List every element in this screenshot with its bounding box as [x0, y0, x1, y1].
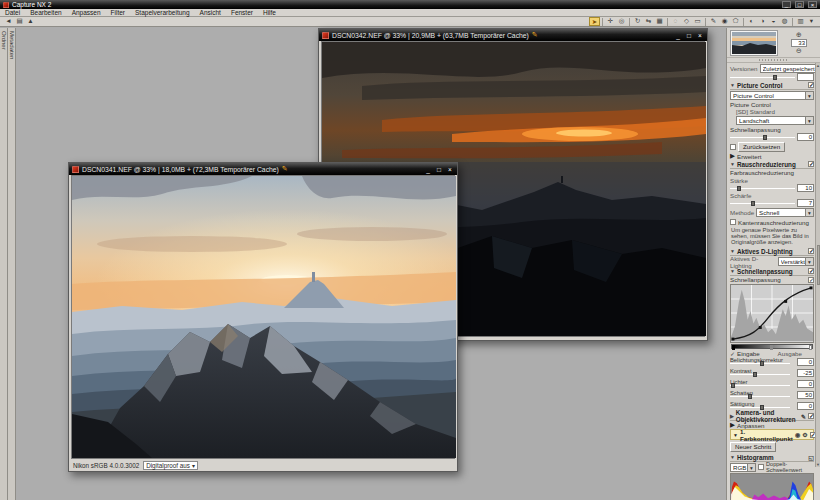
output-tab[interactable]: Ausgabe — [778, 350, 802, 357]
birdseye-thumbnail[interactable] — [730, 30, 778, 56]
picture-control-header[interactable]: ▼ Picture Control ✓ — [730, 81, 814, 90]
color-control-point-icon[interactable]: ◍ — [779, 17, 790, 26]
crop-tool-icon[interactable]: ▦ — [654, 17, 665, 26]
edge-noise-checkbox[interactable] — [730, 219, 736, 225]
rectangle-marquee-tool-icon[interactable]: ▭ — [692, 17, 703, 26]
shadows-value-box[interactable]: 50 — [797, 391, 814, 399]
quick-adjust-slider[interactable] — [730, 134, 795, 141]
saturation-value-box[interactable]: 0 — [797, 402, 814, 410]
batch-tool-icon[interactable]: ▥ — [795, 17, 806, 26]
adl-checkbox[interactable]: ✓ — [808, 248, 814, 254]
neutral-control-point-icon[interactable]: ◒ — [768, 17, 779, 26]
strength-value-box[interactable]: 10 — [797, 184, 814, 192]
adl-dropdown[interactable]: Verstärkt ▾ — [778, 257, 814, 266]
picture-control-selector-dropdown[interactable]: Picture Control ▾ — [730, 91, 814, 100]
clone-tool-icon[interactable]: ◉ — [719, 17, 730, 26]
expand-icon[interactable]: ◱ — [808, 454, 814, 461]
selection-brush-tool-icon[interactable]: ✎ — [708, 17, 719, 26]
zoom-tool-icon[interactable]: ◎ — [616, 17, 627, 26]
white-point-handle[interactable] — [809, 345, 812, 350]
saturation-slider[interactable] — [730, 404, 790, 411]
black-control-point-icon[interactable]: ◐ — [746, 17, 757, 26]
menu-ansicht[interactable]: Ansicht — [195, 9, 226, 17]
exposure-slider[interactable] — [730, 360, 790, 367]
sharpness-value-box[interactable]: 7 — [797, 199, 814, 207]
strength-slider[interactable] — [730, 185, 795, 192]
noise-reduction-header[interactable]: ▼ Rauschreduzierung ✓ — [730, 160, 814, 169]
quick-fix-checkbox[interactable]: ✓ — [808, 268, 814, 274]
tag-tool-icon[interactable]: ⬠ — [730, 17, 741, 26]
double-threshold-checkbox[interactable] — [758, 464, 764, 470]
menu-fenster[interactable]: Fenster — [226, 9, 258, 17]
picture-control-checkbox[interactable]: ✓ — [808, 82, 814, 88]
export-icon[interactable]: ▲ — [25, 17, 36, 26]
midtone-handle[interactable] — [770, 345, 773, 350]
front-close-button[interactable]: × — [446, 166, 454, 173]
scroll-thumb[interactable] — [817, 245, 820, 285]
polygon-lasso-tool-icon[interactable]: ◇ — [681, 17, 692, 26]
app-close-button[interactable]: × — [808, 1, 817, 8]
menu-filter[interactable]: Filter — [106, 9, 130, 17]
menu-bearbeiten[interactable]: Bearbeiten — [25, 9, 66, 17]
noise-reduction-checkbox[interactable]: ✓ — [808, 161, 814, 167]
left-tab-metadaten[interactable]: Metadaten — [8, 28, 16, 500]
rotate-tool-icon[interactable]: ↻ — [632, 17, 643, 26]
quick-fix-header[interactable]: ▼ Schnellanpassung ✓ — [730, 267, 814, 276]
gear-icon[interactable]: ⚙ — [802, 431, 807, 438]
input-tab[interactable]: Eingabe — [737, 350, 760, 357]
contrast-slider[interactable] — [730, 371, 790, 378]
hand-tool-icon[interactable]: ✛ — [605, 17, 616, 26]
open-icon[interactable]: ◄ — [3, 17, 14, 26]
back-minimize-button[interactable]: _ — [674, 32, 682, 39]
back-maximize-button[interactable]: □ — [685, 32, 693, 39]
menu-datei[interactable]: Datei — [0, 9, 25, 17]
camera-lens-header[interactable]: ▶ Kamera- und Objektivkorrekturen ✎ ✓ — [730, 412, 814, 421]
edit-scrollbar[interactable]: ▲ ▼ — [815, 63, 820, 467]
shadows-slider[interactable] — [730, 393, 790, 400]
softproof-dropdown[interactable]: Digitalproof aus ▾ — [143, 461, 198, 470]
eye-icon[interactable]: ◉ — [795, 431, 800, 438]
menu-anpassen[interactable]: Anpassen — [67, 9, 106, 17]
menu-stapelverarbeitung[interactable]: Stapelverarbeitung — [130, 9, 195, 17]
more-tools-icon[interactable]: ▾ — [806, 17, 817, 26]
method-dropdown[interactable]: Schnell ▾ — [756, 208, 814, 217]
apply-checkbox[interactable] — [730, 144, 736, 150]
straighten-tool-icon[interactable]: ⇆ — [643, 17, 654, 26]
back-window-titlebar[interactable]: DSCN0342.NEF @ 33% | 20,9MB + (63,7MB Te… — [319, 29, 707, 41]
scroll-up-icon[interactable]: ▲ — [816, 63, 820, 68]
lasso-tool-icon[interactable]: ◌ — [670, 17, 681, 26]
camera-lens-checkbox[interactable]: ✓ — [808, 413, 814, 419]
opacity-slider[interactable] — [730, 74, 795, 81]
quick-fix-sub-checkbox[interactable]: ✓ — [808, 277, 814, 283]
black-point-handle[interactable] — [732, 345, 735, 350]
scroll-down-icon[interactable]: ▼ — [816, 462, 820, 467]
front-window-titlebar[interactable]: DSCN0341.NEF @ 33% | 18,0MB + (72,3MB Te… — [69, 163, 457, 175]
quick-adjust-value-box[interactable]: 0 — [797, 133, 814, 141]
levels-gradient-bar[interactable] — [731, 344, 813, 349]
left-tab-ordner[interactable]: Ordner — [0, 28, 8, 500]
zoom-out-icon[interactable]: ⊖ — [796, 47, 802, 54]
highlights-slider[interactable] — [730, 382, 790, 389]
new-step-button[interactable]: Neuer Schritt — [730, 442, 776, 452]
advanced-expander[interactable]: ▶ Erweitert — [730, 152, 814, 160]
menu-hilfe[interactable]: Hilfe — [258, 9, 281, 17]
front-maximize-button[interactable]: □ — [435, 166, 443, 173]
reset-button[interactable]: Zurücksetzen — [738, 142, 785, 152]
sharpness-slider[interactable] — [730, 200, 795, 207]
versions-dropdown[interactable]: Zuletzt gespeichert ▾ — [760, 64, 820, 73]
front-minimize-button[interactable]: _ — [424, 166, 432, 173]
photo-canvas-bright-sunset[interactable] — [71, 175, 455, 459]
contrast-value-box[interactable]: -25 — [797, 369, 814, 377]
zoom-value-box[interactable]: 33 — [791, 39, 807, 47]
app-maximize-button[interactable]: □ — [795, 1, 804, 8]
zoom-in-icon[interactable]: ⊕ — [796, 31, 802, 38]
color-control-point-step[interactable]: ▼ 1. Farbkontrollpunkt ◉ ⚙ ✓ — [730, 429, 814, 440]
highlights-value-box[interactable]: 0 — [797, 380, 814, 388]
channel-dropdown[interactable]: RGB ▾ — [730, 463, 756, 472]
app-minimize-button[interactable]: _ — [782, 1, 791, 8]
preset-dropdown[interactable]: Landschaft ▾ — [736, 116, 814, 125]
direct-select-tool-icon[interactable]: ➤ — [589, 17, 600, 26]
back-close-button[interactable]: × — [696, 32, 704, 39]
tone-curve-editor[interactable] — [730, 284, 814, 343]
exposure-value-box[interactable]: 0 — [797, 358, 814, 366]
